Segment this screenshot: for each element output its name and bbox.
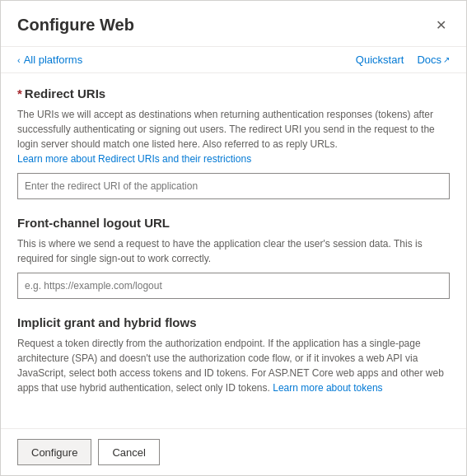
redirect-uri-input[interactable] <box>17 173 450 199</box>
dialog-header: Configure Web ✕ <box>1 1 466 47</box>
redirect-uris-title: *Redirect URIs <box>17 86 450 100</box>
front-channel-desc: This is where we send a request to have … <box>17 236 450 266</box>
front-channel-title: Front-channel logout URL <box>17 216 450 230</box>
dialog-footer: Configure Cancel <box>1 428 466 475</box>
configure-button[interactable]: Configure <box>17 439 91 465</box>
implicit-grant-desc: Request a token directly from the author… <box>17 336 450 395</box>
dialog-title: Configure Web <box>17 16 134 35</box>
close-button[interactable]: ✕ <box>432 14 450 36</box>
back-link[interactable]: ‹ All platforms <box>17 54 82 66</box>
external-link-icon: ↗ <box>443 55 450 64</box>
front-channel-section: Front-channel logout URL This is where w… <box>17 216 450 299</box>
front-channel-input[interactable] <box>17 273 450 299</box>
nav-bar: ‹ All platforms Quickstart Docs ↗ <box>1 47 466 73</box>
back-label: All platforms <box>24 54 83 66</box>
content-area: *Redirect URIs The URIs we will accept a… <box>1 73 466 428</box>
docs-label: Docs <box>417 54 441 66</box>
back-chevron-icon: ‹ <box>17 55 21 65</box>
implicit-grant-title: Implicit grant and hybrid flows <box>17 315 450 329</box>
configure-web-dialog: Configure Web ✕ ‹ All platforms Quicksta… <box>0 0 467 476</box>
quickstart-label: Quickstart <box>356 54 404 66</box>
redirect-uris-desc: The URIs we will accept as destinations … <box>17 107 450 166</box>
implicit-grant-section: Implicit grant and hybrid flows Request … <box>17 315 450 395</box>
docs-link[interactable]: Docs ↗ <box>417 54 450 66</box>
cancel-button[interactable]: Cancel <box>98 439 159 465</box>
redirect-uris-learn-more[interactable]: Learn more about Redirect URIs and their… <box>17 153 251 165</box>
redirect-uris-section: *Redirect URIs The URIs we will accept a… <box>17 86 450 199</box>
nav-right: Quickstart Docs ↗ <box>356 54 450 66</box>
required-star: * <box>17 86 22 100</box>
implicit-grant-learn-more[interactable]: Learn more about tokens <box>273 382 382 394</box>
quickstart-link[interactable]: Quickstart <box>356 54 404 66</box>
